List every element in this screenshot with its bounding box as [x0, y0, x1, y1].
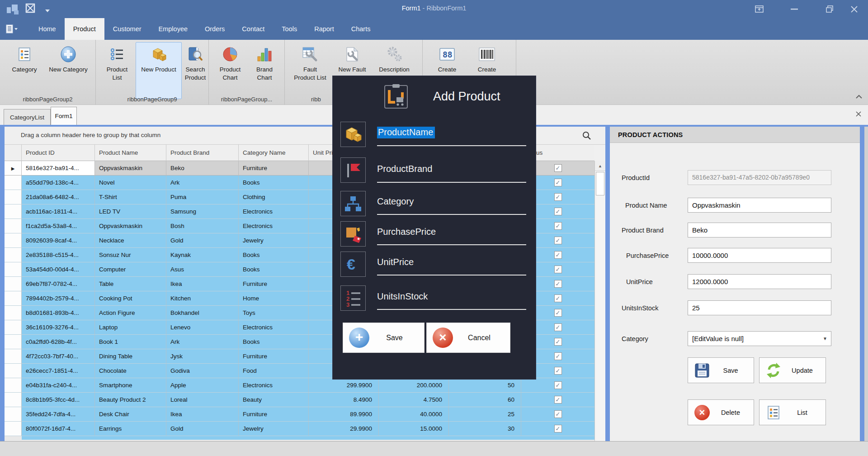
grid-cell[interactable]: Gold	[166, 422, 239, 436]
category-button[interactable]: Category	[6, 43, 42, 93]
product-list-button[interactable]: Product List	[99, 43, 135, 93]
grid-header-product-name[interactable]: Product Name	[95, 145, 166, 161]
grid-cell[interactable]: Dining Table	[95, 349, 166, 364]
status-checkbox[interactable]: ✓	[554, 193, 562, 201]
tab-orders[interactable]: Orders	[196, 18, 233, 40]
status-checkbox[interactable]: ✓	[554, 251, 562, 259]
grid-cell[interactable]: Kitchen	[166, 291, 239, 306]
fault-product-list-button[interactable]: Fault Product List	[288, 43, 332, 93]
grid-cell[interactable]: Necklace	[95, 233, 166, 248]
tab-customer[interactable]: Customer	[104, 18, 150, 40]
brand-chart-button[interactable]: Brand Chart	[249, 43, 280, 93]
grid-cell[interactable]: f1ca2d5a-53a8-4...	[22, 219, 95, 233]
grid-cell[interactable]: Apple	[166, 378, 239, 393]
grid-cell[interactable]: Earrings	[95, 422, 166, 436]
grid-header-product-id[interactable]: Product ID	[22, 145, 95, 161]
status-checkbox[interactable]: ✓	[554, 179, 562, 186]
tab-home[interactable]: Home	[30, 18, 65, 40]
grid-cell[interactable]: Book 1	[95, 335, 166, 349]
table-row[interactable]: 80f0072f-16d7-4...EarringsGoldJewelry29.…	[5, 422, 594, 436]
status-checkbox[interactable]: ✓	[554, 237, 562, 244]
table-row[interactable]: 8c8b1b95-3fcc-4d...Beauty Product 2Lorea…	[5, 393, 594, 407]
close-button[interactable]	[844, 2, 864, 16]
status-checkbox[interactable]: ✓	[554, 323, 562, 331]
grid-cell[interactable]: a55dd79d-138c-4...	[22, 176, 95, 190]
grid-cell[interactable]: Table	[95, 277, 166, 291]
grid-cell[interactable]: Novel	[95, 176, 166, 190]
unitsinstock-input[interactable]: UnitsInStock	[377, 291, 526, 302]
grid-cell[interactable]: Action Figure	[95, 306, 166, 320]
productname-input[interactable]: ProductName	[377, 127, 526, 138]
status-checkbox[interactable]: ✓	[554, 164, 562, 172]
grid-cell[interactable]: Home	[239, 291, 309, 306]
grid-cell[interactable]: Electronics	[239, 320, 309, 335]
grid-cell[interactable]: Ark	[166, 176, 239, 190]
vertical-scrollbar[interactable]: ▲	[594, 161, 605, 441]
grid-cell[interactable]: 80f0072f-16d7-4...	[22, 422, 95, 436]
grid-cell[interactable]: 60	[449, 393, 521, 407]
grid-cell[interactable]: 2e835188-c515-4...	[22, 248, 95, 262]
grid-cell[interactable]: Asus	[166, 262, 239, 277]
grid-cell[interactable]: c0a2ffd0-628b-4f...	[22, 335, 95, 349]
ribbon-collapse-chevron[interactable]	[855, 93, 863, 101]
tab-tools[interactable]: Tools	[273, 18, 306, 40]
grid-cell[interactable]: 25	[449, 407, 521, 422]
grid-cell[interactable]: 4.7500	[379, 393, 449, 407]
status-checkbox[interactable]: ✓	[554, 425, 562, 432]
grid-cell[interactable]: Furniture	[239, 407, 309, 422]
grid-cell[interactable]: 8c8b1b95-3fcc-4d...	[22, 393, 95, 407]
status-checkbox[interactable]: ✓	[554, 410, 562, 418]
grid-cell[interactable]: Loreal	[166, 393, 239, 407]
tab-contact[interactable]: Contact	[233, 18, 273, 40]
grid-cell[interactable]: Smartphone	[95, 378, 166, 393]
grid-cell[interactable]: Computer	[95, 262, 166, 277]
status-checkbox[interactable]: ✓	[554, 309, 562, 317]
grid-cell[interactable]: e26cecc7-1851-4...	[22, 364, 95, 378]
grid-cell[interactable]: 36c16109-3276-4...	[22, 320, 95, 335]
purchaseprice-input[interactable]: PurchasePrice	[377, 227, 526, 237]
grid-cell[interactable]: Jewelry	[239, 422, 309, 436]
grid-cell[interactable]: 53a454d0-00d4-4...	[22, 262, 95, 277]
grid-cell[interactable]: 29.9900	[309, 422, 379, 436]
status-checkbox[interactable]: ✓	[554, 381, 562, 389]
document-close-icon[interactable]	[855, 110, 862, 119]
grid-cell[interactable]: Electronics	[239, 378, 309, 393]
grid-cell[interactable]: acb116ac-1811-4...	[22, 204, 95, 219]
grid-cell[interactable]: Gold	[166, 233, 239, 248]
grid-cell[interactable]: 299.9900	[309, 378, 379, 393]
category-input[interactable]: Category	[377, 196, 526, 207]
grid-cell[interactable]: Cooking Pot	[95, 291, 166, 306]
grid-cell[interactable]: Beauty Product 2	[95, 393, 166, 407]
status-checkbox[interactable]: ✓	[554, 208, 562, 215]
productbrand-input[interactable]: ProductBrand	[377, 164, 526, 174]
grid-cell[interactable]: Clothing	[239, 190, 309, 204]
grid-cell[interactable]: 200.0000	[379, 378, 449, 393]
grid-cell[interactable]: Ark	[166, 335, 239, 349]
grid-cell[interactable]: Godiva	[166, 364, 239, 378]
new-category-button[interactable]: New Category	[44, 43, 92, 93]
grid-cell[interactable]: 5816e327-ba91-4...	[22, 161, 95, 176]
grid-cell[interactable]: Laptop	[95, 320, 166, 335]
grid-cell[interactable]: Books	[239, 335, 309, 349]
grid-cell[interactable]: Toys	[239, 306, 309, 320]
grid-panel-splitter[interactable]	[605, 127, 610, 441]
grid-cell[interactable]: Jewelry	[239, 233, 309, 248]
grid-cell[interactable]: Furniture	[239, 277, 309, 291]
grid-cell[interactable]: 40.0000	[379, 407, 449, 422]
panel-delete-button[interactable]: × Delete	[688, 399, 754, 425]
grid-cell[interactable]: Beko	[166, 161, 239, 176]
grid-cell[interactable]: Beauty	[239, 393, 309, 407]
grid-cell[interactable]: 15.0000	[379, 422, 449, 436]
grid-cell[interactable]: 7894402b-2579-4...	[22, 291, 95, 306]
grid-cell[interactable]: 69eb7f87-0782-4...	[22, 277, 95, 291]
status-checkbox-cell[interactable]: ✓	[521, 407, 594, 422]
grid-cell[interactable]: 8.4900	[309, 393, 379, 407]
category-dropdown[interactable]: [EditValue is null] ▼	[688, 331, 831, 346]
purchaseprice-field[interactable]: 10000.0000	[688, 248, 831, 263]
grid-cell[interactable]: Books	[239, 248, 309, 262]
grid-cell[interactable]: Jysk	[166, 349, 239, 364]
modal-cancel-button[interactable]: × Cancel	[426, 323, 510, 353]
grid-cell[interactable]: 80926039-8caf-4...	[22, 233, 95, 248]
status-checkbox-cell[interactable]: ✓	[521, 378, 594, 393]
status-checkbox[interactable]: ✓	[554, 266, 562, 273]
